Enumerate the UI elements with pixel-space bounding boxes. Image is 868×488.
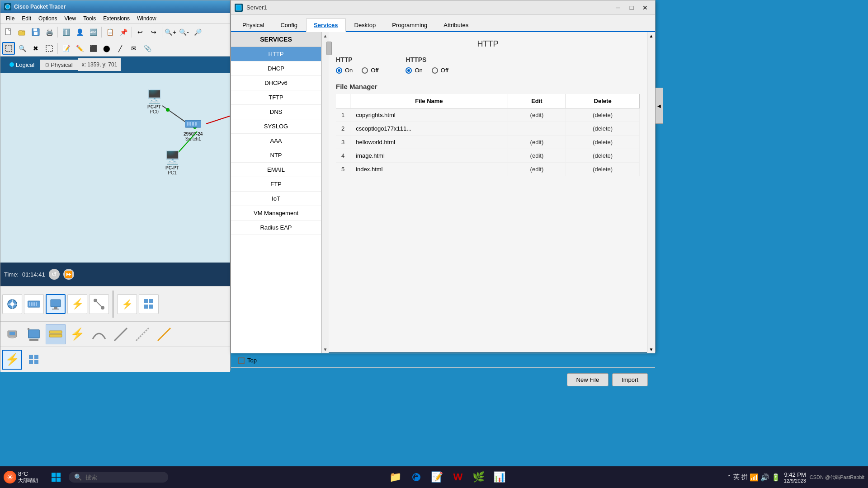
https-on-option[interactable]: On [406,67,422,74]
device-item-line3[interactable] [154,324,174,344]
fast-forward-button[interactable]: ⏩ [63,269,74,280]
misc-category[interactable]: ⚡ [117,294,137,314]
file-delete-4[interactable]: (delete) [566,149,640,163]
grid-category[interactable] [139,294,159,314]
connections-category[interactable] [89,294,109,314]
pencil-button[interactable]: ✏️ [73,42,86,55]
service-vm-management[interactable]: VM Management [231,206,321,221]
taskbar-weather[interactable]: ☀ 8°C 大部晴朗 [4,470,38,484]
note-button[interactable]: 📝 [60,42,72,55]
paste-button[interactable]: 📌 [117,26,130,38]
select-tool-button[interactable] [43,42,56,55]
device-item-arch[interactable] [89,324,109,344]
end-devices-category[interactable] [46,294,66,314]
service-ftp[interactable]: FTP [231,177,321,192]
service-dhcp[interactable]: DHCP [231,61,321,76]
grid-view[interactable] [24,350,44,370]
physical-view-button[interactable]: ⊡ Physical [40,60,78,70]
copy-button[interactable]: 📋 [104,26,116,38]
scroll-thumb[interactable] [326,42,332,55]
search-tool-button[interactable]: 🔍 [16,42,28,55]
start-button[interactable] [47,468,65,486]
right-edge-tab[interactable]: ◀ [655,88,663,124]
service-aaa[interactable]: AAA [231,134,321,148]
service-dns[interactable]: DNS [231,105,321,119]
file-edit-2[interactable] [508,122,566,136]
device-item-line2[interactable] [132,324,152,344]
scroll-up-arrow[interactable]: ▲ [323,32,328,39]
service-dhcpv6[interactable]: DHCPv6 [231,76,321,90]
open-button[interactable] [16,26,28,38]
redo-button[interactable]: ↪ [147,26,160,38]
search-bar[interactable]: 🔍 [69,472,168,483]
file-edit-5[interactable]: (edit) [508,163,566,176]
https-off-radio[interactable] [432,67,438,74]
tray-expand-button[interactable]: ⌃ [727,474,731,480]
http-off-option[interactable]: Off [362,67,378,74]
device-item-lightning[interactable]: ⚡ [67,324,87,344]
logical-view-button[interactable]: Logical [4,60,40,70]
taskbar-edge-icon[interactable] [407,468,425,486]
file-delete-2[interactable]: (delete) [566,122,640,136]
zoom-in-button[interactable]: 🔍+ [164,26,177,38]
device-item-line1[interactable] [111,324,131,344]
right-scroll-down[interactable]: ▼ [647,346,655,353]
attachment-button[interactable]: 📎 [141,42,154,55]
tray-battery-icon[interactable]: 🔋 [771,473,780,482]
file-edit-3[interactable]: (edit) [508,136,566,149]
pc0-device[interactable]: 🖥️ PC-PT PC0 [145,89,163,114]
new-button[interactable] [2,26,15,38]
menu-tools[interactable]: Tools [80,14,99,23]
undo-button[interactable]: ↩ [134,26,146,38]
tray-lang-icon[interactable]: 英 [733,473,740,481]
tab-services[interactable]: Services [306,19,346,32]
switch1-device[interactable]: 2950T-24 Switch1 [184,116,203,141]
routers-category[interactable] [2,294,22,314]
cross-tool-button[interactable]: ✖ [29,42,42,55]
service-syslog[interactable]: SYSLOG [231,119,321,134]
taskbar-explorer-icon[interactable]: 📁 [387,468,405,486]
menu-edit[interactable]: Edit [18,14,35,23]
http-on-radio[interactable] [336,67,342,74]
tab-config[interactable]: Config [273,19,305,31]
taskbar-word-icon[interactable]: 📝 [428,468,446,486]
tab-attributes[interactable]: Attributes [436,19,476,31]
taskbar-app2-icon[interactable]: 📊 [491,468,509,486]
menu-extensions[interactable]: Extensions [99,14,133,23]
user-button[interactable]: 👤 [73,26,86,38]
menu-file[interactable]: File [2,14,18,23]
line-button[interactable]: ╱ [114,42,127,55]
search-input[interactable] [85,474,149,481]
https-on-radio[interactable] [406,67,412,74]
lightning-category[interactable]: ⚡ [67,294,87,314]
menu-options[interactable]: Options [35,14,61,23]
scroll-down-arrow[interactable]: ▼ [323,346,328,353]
print-button[interactable]: 🖨️ [43,26,56,38]
tray-pinyin-icon[interactable]: 拼 [741,473,748,481]
tab-programming[interactable]: Programming [384,19,435,31]
switches-category[interactable] [24,294,44,314]
device-item-1[interactable] [2,324,22,344]
ellipse-button[interactable]: ⬤ [100,42,113,55]
file-edit-4[interactable]: (edit) [508,149,566,163]
taskbar-wps-icon[interactable]: W [449,468,467,486]
mail-button[interactable]: ✉ [127,42,140,55]
tab-physical[interactable]: Physical [235,19,272,31]
service-iot[interactable]: IoT [231,192,321,206]
menu-view[interactable]: View [61,14,80,23]
minimize-button[interactable]: ─ [612,1,624,14]
import-button[interactable]: Import [612,373,648,386]
right-scrollbar[interactable]: ▲ ▼ [647,32,655,353]
tray-wifi-icon[interactable]: 📶 [750,473,759,482]
file-delete-3[interactable]: (delete) [566,136,640,149]
close-button[interactable]: ✕ [639,1,651,14]
save-button[interactable] [29,26,42,38]
new-file-button[interactable]: New File [567,373,609,386]
zoom-out-button[interactable]: 🔍- [178,26,190,38]
right-scroll-up[interactable]: ▲ [647,32,655,39]
rect-button[interactable]: ⬛ [87,42,99,55]
http-off-radio[interactable] [362,67,368,74]
info-button[interactable]: ℹ️ [60,26,72,38]
menu-window[interactable]: Window [133,14,160,23]
device-item-2[interactable] [24,324,44,344]
